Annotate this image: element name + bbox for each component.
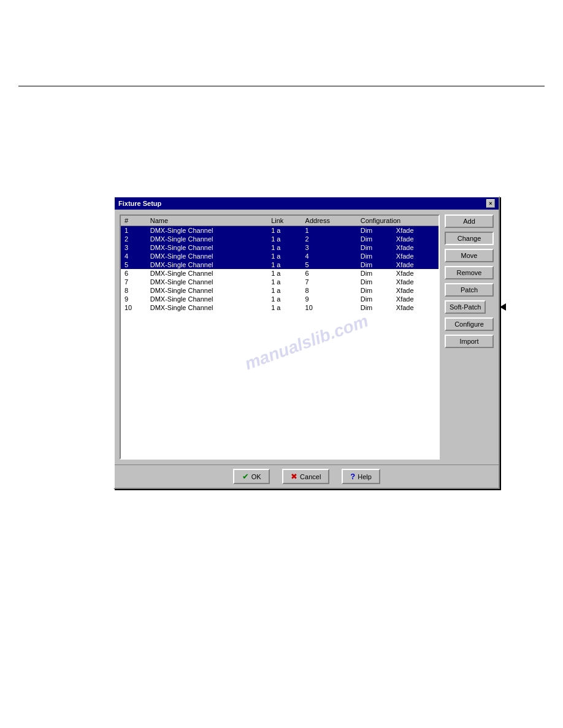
cell-3: 2 xyxy=(302,235,357,243)
page-background: Fixture Setup × manualslib.com # Name xyxy=(0,0,563,728)
cancel-button[interactable]: ✖ Cancel xyxy=(282,469,329,484)
cell-1: DMX-Single Channel xyxy=(147,260,267,269)
cell-5: Xfade xyxy=(393,226,439,235)
cell-4: Dim xyxy=(357,235,393,243)
cell-4: Dim xyxy=(357,295,393,303)
fixture-setup-dialog: Fixture Setup × manualslib.com # Name xyxy=(113,196,500,489)
move-button[interactable]: Move xyxy=(445,249,494,262)
cancel-icon: ✖ xyxy=(291,472,297,481)
close-icon: × xyxy=(489,200,492,207)
cell-3: 4 xyxy=(302,252,357,260)
cell-4: Dim xyxy=(357,269,393,278)
soft-patch-wrapper: Soft-Patch xyxy=(445,300,494,314)
table-row[interactable]: 6DMX-Single Channel1 a6DimXfade xyxy=(121,269,439,278)
change-button[interactable]: Change xyxy=(445,232,494,245)
patch-button[interactable]: Patch xyxy=(445,283,494,297)
col-header-configuration: Configuration xyxy=(357,216,439,226)
fixture-table: # Name Link Address Configuration 1DMX-S… xyxy=(121,216,439,312)
cell-2: 1 a xyxy=(267,278,301,286)
cell-5: Xfade xyxy=(393,278,439,286)
cell-2: 1 a xyxy=(267,303,301,312)
cell-4: Dim xyxy=(357,260,393,269)
cell-2: 1 a xyxy=(267,252,301,260)
cell-3: 1 xyxy=(302,226,357,235)
cell-0: 7 xyxy=(121,278,147,286)
cell-0: 2 xyxy=(121,235,147,243)
remove-button[interactable]: Remove xyxy=(445,266,494,279)
cell-3: 8 xyxy=(302,286,357,295)
cell-0: 8 xyxy=(121,286,147,295)
cell-4: Dim xyxy=(357,243,393,252)
cell-3: 7 xyxy=(302,278,357,286)
cell-2: 1 a xyxy=(267,235,301,243)
cell-1: DMX-Single Channel xyxy=(147,226,267,235)
help-label: Help xyxy=(358,473,372,480)
cell-1: DMX-Single Channel xyxy=(147,252,267,260)
cell-2: 1 a xyxy=(267,286,301,295)
cell-0: 9 xyxy=(121,295,147,303)
table-row[interactable]: 2DMX-Single Channel1 a2DimXfade xyxy=(121,235,439,243)
cancel-label: Cancel xyxy=(300,473,321,480)
cell-0: 3 xyxy=(121,243,147,252)
cell-2: 1 a xyxy=(267,260,301,269)
cell-3: 6 xyxy=(302,269,357,278)
cell-5: Xfade xyxy=(393,269,439,278)
ok-label: OK xyxy=(251,473,261,480)
cell-4: Dim xyxy=(357,303,393,312)
cell-5: Xfade xyxy=(393,286,439,295)
cell-4: Dim xyxy=(357,286,393,295)
help-icon: ? xyxy=(350,472,355,481)
cell-2: 1 a xyxy=(267,269,301,278)
cell-5: Xfade xyxy=(393,295,439,303)
cell-1: DMX-Single Channel xyxy=(147,303,267,312)
add-button[interactable]: Add xyxy=(445,214,494,228)
watermark-text: manualslib.com xyxy=(242,311,371,374)
cell-5: Xfade xyxy=(393,235,439,243)
cell-4: Dim xyxy=(357,226,393,235)
table-row[interactable]: 5DMX-Single Channel1 a5DimXfade xyxy=(121,260,439,269)
table-row[interactable]: 10DMX-Single Channel1 a10DimXfade xyxy=(121,303,439,312)
col-header-address: Address xyxy=(302,216,357,226)
cell-5: Xfade xyxy=(393,303,439,312)
cell-5: Xfade xyxy=(393,243,439,252)
cell-3: 10 xyxy=(302,303,357,312)
table-row[interactable]: 1DMX-Single Channel1 a1DimXfade xyxy=(121,226,439,235)
configure-button[interactable]: Configure xyxy=(445,317,494,331)
table-row[interactable]: 9DMX-Single Channel1 a9DimXfade xyxy=(121,295,439,303)
cell-5: Xfade xyxy=(393,252,439,260)
col-header-name: Name xyxy=(147,216,267,226)
cell-0: 1 xyxy=(121,226,147,235)
cell-1: DMX-Single Channel xyxy=(147,286,267,295)
cell-5: Xfade xyxy=(393,260,439,269)
help-button[interactable]: ? Help xyxy=(342,469,380,484)
title-bar: Fixture Setup × xyxy=(115,197,499,210)
fixture-table-panel: manualslib.com # Name Link Address Confi… xyxy=(120,214,440,460)
cell-1: DMX-Single Channel xyxy=(147,243,267,252)
cell-2: 1 a xyxy=(267,243,301,252)
dialog-body: manualslib.com # Name Link Address Confi… xyxy=(115,210,499,464)
col-header-num: # xyxy=(121,216,147,226)
cell-3: 5 xyxy=(302,260,357,269)
cell-1: DMX-Single Channel xyxy=(147,278,267,286)
cell-1: DMX-Single Channel xyxy=(147,235,267,243)
table-row[interactable]: 3DMX-Single Channel1 a3DimXfade xyxy=(121,243,439,252)
close-button[interactable]: × xyxy=(486,199,495,208)
ok-button[interactable]: ✔ OK xyxy=(233,469,270,484)
table-row[interactable]: 8DMX-Single Channel1 a8DimXfade xyxy=(121,286,439,295)
table-row[interactable]: 4DMX-Single Channel1 a4DimXfade xyxy=(121,252,439,260)
cell-4: Dim xyxy=(357,252,393,260)
dialog-footer: ✔ OK ✖ Cancel ? Help xyxy=(115,464,499,488)
table-row[interactable]: 7DMX-Single Channel1 a7DimXfade xyxy=(121,278,439,286)
cell-0: 4 xyxy=(121,252,147,260)
cell-2: 1 a xyxy=(267,226,301,235)
top-divider xyxy=(18,86,545,86)
cell-2: 1 a xyxy=(267,295,301,303)
soft-patch-button[interactable]: Soft-Patch xyxy=(445,300,486,314)
ok-icon: ✔ xyxy=(242,472,249,481)
cell-1: DMX-Single Channel xyxy=(147,295,267,303)
arrow-indicator xyxy=(500,303,506,311)
dialog-title: Fixture Setup xyxy=(118,200,161,207)
import-button[interactable]: Import xyxy=(445,335,494,348)
button-panel: Add Change Move Remove Patch Soft-Patch … xyxy=(445,214,494,460)
cell-3: 3 xyxy=(302,243,357,252)
